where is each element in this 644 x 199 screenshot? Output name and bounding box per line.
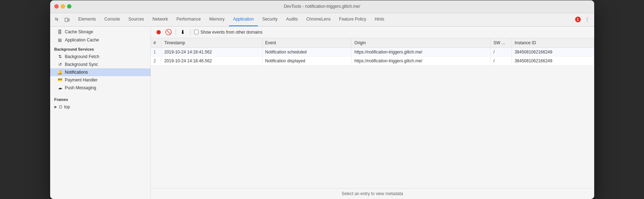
cell-timestamp-1: 2019-10-24 14:18:41.562 (161, 47, 262, 56)
cell-sw-2: / (490, 56, 512, 65)
frames-label: Frames (50, 95, 150, 103)
col-header-num: # (151, 38, 161, 48)
payment-handler-icon: 💳 (57, 78, 63, 82)
tab-chromelens[interactable]: ChromeLens (302, 13, 335, 26)
devtools-right-controls: 1 ⋮ (575, 15, 591, 24)
cache-storage-icon: 🗄 (57, 29, 63, 35)
block-icon[interactable]: 🚫 (165, 29, 172, 36)
notifications-icon: 🔔 (57, 70, 63, 75)
devtools-body: 🗄 Cache Storage ⊞ Application Cache Back… (50, 27, 594, 199)
tab-memory[interactable]: Memory (205, 13, 229, 26)
sidebar-item-notifications[interactable]: 🔔 Notifications (50, 68, 150, 76)
traffic-lights (54, 4, 71, 8)
tab-security[interactable]: Security (258, 13, 282, 26)
cell-timestamp-2: 2019-10-24 14:18:46.562 (161, 56, 262, 65)
tab-hints[interactable]: Hints (371, 13, 389, 26)
error-count: 1 (575, 17, 581, 22)
sidebar: 🗄 Cache Storage ⊞ Application Cache Back… (50, 27, 151, 199)
sidebar-label-background-sync: Background Sync (65, 62, 98, 67)
sidebar-item-push-messaging[interactable]: ☁ Push Messaging (50, 84, 150, 92)
tab-console[interactable]: Console (100, 13, 124, 26)
table-row[interactable]: 2 2019-10-24 14:18:46.562 Notification d… (151, 56, 594, 65)
background-sync-icon: ↺ (57, 62, 63, 67)
show-events-text: Show events from other domains (201, 30, 262, 35)
cell-num-1: 1 (151, 47, 161, 56)
tab-elements[interactable]: Elements (74, 13, 100, 26)
tab-audits[interactable]: Audits (282, 13, 302, 26)
metadata-bar: Select an entry to view metadata (151, 188, 594, 199)
sidebar-item-payment-handler[interactable]: 💳 Payment Handler (50, 76, 150, 84)
sidebar-label-background-fetch: Background Fetch (65, 54, 99, 59)
notifications-toolbar: 🚫 ⬇ Show events from other domains (151, 27, 594, 38)
background-services-label: Background Services (50, 44, 150, 53)
frames-label-top: top (64, 104, 70, 109)
metadata-text: Select an entry to view metadata (342, 191, 403, 196)
sidebar-label-notifications: Notifications (65, 70, 88, 75)
toolbar-divider-2 (190, 29, 190, 35)
sidebar-label-payment-handler: Payment Handler (65, 78, 98, 83)
col-header-timestamp[interactable]: Timestamp (161, 38, 262, 48)
devtools-window: DevTools - notification-triggers.glitch.… (50, 0, 594, 199)
toolbar-divider (176, 29, 176, 35)
minimize-button[interactable] (61, 4, 65, 8)
sidebar-label-application-cache: Application Cache (65, 38, 99, 42)
notifications-table-container: # Timestamp Event Origin SW … Instance I… (151, 38, 594, 188)
close-button[interactable] (54, 4, 59, 8)
notifications-table: # Timestamp Event Origin SW … Instance I… (151, 38, 594, 66)
show-events-label[interactable]: Show events from other domains (194, 30, 262, 35)
table-row[interactable]: 1 2019-10-24 14:18:41.562 Notification s… (151, 47, 594, 56)
col-header-event[interactable]: Event (262, 38, 351, 48)
more-options-icon[interactable]: ⋮ (583, 15, 591, 24)
tab-sources[interactable]: Sources (124, 13, 148, 26)
cell-event-1: Notification scheduled (262, 47, 351, 56)
push-messaging-icon: ☁ (57, 85, 63, 90)
cell-num-2: 2 (151, 56, 161, 65)
cell-origin-2: https://notification-triggers.glitch.me/ (351, 56, 490, 65)
maximize-button[interactable] (67, 4, 71, 8)
cell-origin-1: https://notification-triggers.glitch.me/ (351, 47, 490, 56)
tab-list: Elements Console Sources Network Perform… (74, 13, 575, 26)
cell-instance-id-2: 3845081062166249 (512, 56, 594, 65)
sidebar-item-application-cache[interactable]: ⊞ Application Cache (50, 36, 150, 44)
device-toggle-icon[interactable] (63, 15, 71, 24)
cell-sw-1: / (490, 47, 512, 56)
frames-section: Frames ▶ 🗋 top (50, 95, 150, 111)
devtools-icon-group (53, 15, 71, 24)
sidebar-item-background-fetch[interactable]: ⇅ Background Fetch (50, 53, 150, 61)
application-cache-icon: ⊞ (57, 38, 63, 43)
chevron-right-icon: ▶ (54, 105, 57, 109)
sidebar-item-cache-storage[interactable]: 🗄 Cache Storage (50, 28, 150, 36)
show-events-checkbox[interactable] (194, 30, 199, 34)
col-header-origin[interactable]: Origin (351, 38, 490, 48)
sidebar-label-cache-storage: Cache Storage (65, 29, 93, 34)
sidebar-item-background-sync[interactable]: ↺ Background Sync (50, 61, 150, 68)
svg-rect-0 (65, 18, 68, 22)
tab-feature-policy[interactable]: Feature Policy (335, 13, 371, 26)
save-button[interactable]: ⬇ (179, 29, 187, 36)
tab-application[interactable]: Application (229, 13, 258, 26)
svg-rect-1 (68, 19, 70, 21)
table-header-row: # Timestamp Event Origin SW … Instance I… (151, 38, 594, 48)
frame-icon: 🗋 (59, 104, 63, 109)
error-badge[interactable]: 1 (575, 17, 581, 22)
cell-instance-id-1: 3845081062166249 (512, 47, 594, 56)
tab-performance[interactable]: Performance (172, 13, 205, 26)
titlebar: DevTools - notification-triggers.glitch.… (50, 0, 594, 13)
cell-event-2: Notification displayed (262, 56, 351, 65)
tab-network[interactable]: Network (148, 13, 172, 26)
record-button[interactable] (155, 29, 162, 36)
table-body: 1 2019-10-24 14:18:41.562 Notification s… (151, 47, 594, 65)
devtools-tabbar: Elements Console Sources Network Perform… (50, 13, 594, 27)
frames-item-top[interactable]: ▶ 🗋 top (50, 103, 150, 111)
main-panel: 🚫 ⬇ Show events from other domains # Tim… (151, 27, 594, 199)
col-header-sw[interactable]: SW … (490, 38, 512, 48)
col-header-instance-id[interactable]: Instance ID (512, 38, 594, 48)
svg-point-2 (156, 30, 161, 34)
window-title: DevTools - notification-triggers.glitch.… (284, 4, 360, 9)
background-fetch-icon: ⇅ (57, 54, 63, 59)
inspect-icon[interactable] (53, 15, 61, 24)
sidebar-label-push-messaging: Push Messaging (65, 85, 96, 90)
